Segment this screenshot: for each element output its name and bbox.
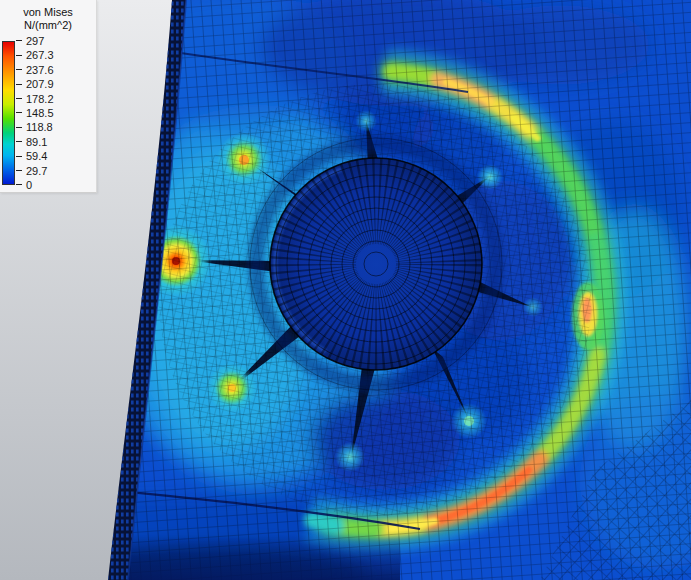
legend-tick: 59.4 <box>16 149 54 163</box>
legend-colorbar <box>2 41 15 185</box>
legend-tick: 267.3 <box>16 48 54 62</box>
legend-units: N/(mm^2) <box>0 19 96 32</box>
stress-contour-scene[interactable] <box>0 0 691 580</box>
legend-tick: 207.9 <box>16 77 54 91</box>
legend-tick: 148.5 <box>16 106 54 120</box>
plate-bottom-shadow <box>100 535 400 580</box>
legend-title: von Mises <box>0 6 96 19</box>
legend-tick: 237.6 <box>16 63 54 77</box>
simulation-viewport[interactable] <box>0 0 691 580</box>
central-boss[interactable] <box>250 138 502 390</box>
legend-tick: 0 <box>16 178 54 192</box>
stress-legend[interactable]: von Mises N/(mm^2) 297 267.3 237.6 207.9… <box>0 0 97 193</box>
legend-tick: 297 <box>16 34 54 48</box>
legend-ticks: 297 267.3 237.6 207.9 178.2 148.5 118.8 … <box>16 34 54 192</box>
legend-tick: 178.2 <box>16 91 54 105</box>
legend-tick: 29.7 <box>16 163 54 177</box>
legend-tick: 118.8 <box>16 120 54 134</box>
legend-tick: 89.1 <box>16 135 54 149</box>
